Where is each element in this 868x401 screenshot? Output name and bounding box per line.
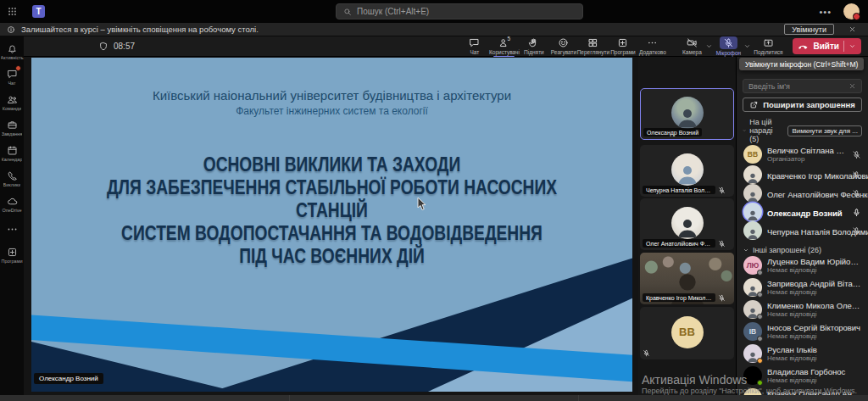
phone-icon <box>7 170 18 181</box>
leave-button[interactable]: Вийти <box>793 38 861 54</box>
briefcase-icon <box>7 120 18 131</box>
people-button[interactable]: 5 Користувачі <box>489 37 519 55</box>
apps-button[interactable]: Програми <box>608 37 637 55</box>
black-avatar <box>743 366 762 385</box>
shield-icon <box>98 42 108 52</box>
slide-title: ОСНОВНІ ВИКЛИКИ ТА ЗАХОДИ ДЛЯ ЗАБЕЗПЕЧЕН… <box>92 153 572 267</box>
enable-notifications-button[interactable]: Увімкнути <box>784 24 834 35</box>
ellipsis-icon <box>647 37 658 48</box>
more-actions-button[interactable]: Додатково <box>637 37 667 55</box>
chat-unread-badge <box>15 65 21 71</box>
window-titlebar: T Пошук (Ctrl+Alt+E) ••• <box>0 0 868 23</box>
video-tile-velychko[interactable]: ВВ <box>640 307 734 359</box>
app-rail: Активність Чат Команди Завдання Календар… <box>0 36 24 395</box>
react-button[interactable]: Реагувати <box>548 37 578 55</box>
meeting-toolbar: 08:57 Чат 5 Користувачі Підняти Реагуват… <box>24 36 868 57</box>
banner-close-icon[interactable] <box>849 25 856 33</box>
mic-off-icon <box>723 37 734 48</box>
participant-row[interactable]: Олег Анатолійович Фесенко <box>737 184 868 203</box>
avatar <box>671 97 704 129</box>
teams-people-icon <box>7 94 18 105</box>
participant-count-badge: 5 <box>507 36 510 42</box>
sidebar-item-onedrive[interactable]: OneDrive <box>0 192 24 217</box>
photo-avatar <box>743 344 762 363</box>
microphone-chevron-icon[interactable] <box>743 42 751 50</box>
chat-bubble-icon <box>469 37 480 48</box>
mic-off-icon[interactable] <box>852 226 861 236</box>
bell-icon <box>7 43 18 54</box>
microphone-button[interactable]: Мікрофон <box>714 36 743 56</box>
shared-slide[interactable]: Київський наіональний університет будівн… <box>31 58 632 392</box>
invited-section-header[interactable]: Інші запрошені (26) <box>743 246 862 254</box>
initials-avatar: ВВ <box>743 145 762 164</box>
initials-avatar: ІВ <box>743 322 762 341</box>
initials-avatar: ВВ <box>671 316 704 348</box>
in-meeting-section-header[interactable]: На цій нараді (5) Вимкнути звук для ... <box>743 118 862 143</box>
photo-avatar <box>743 221 762 240</box>
sidebar-item-calls[interactable]: Виклики <box>0 166 24 192</box>
titlebar-more-icon[interactable]: ••• <box>819 7 832 17</box>
participant-row[interactable]: Владислав Горбонос Немає відповіді <box>737 365 868 387</box>
chevron-down-icon <box>743 247 749 253</box>
raise-hand-icon <box>528 37 539 48</box>
presentation-stage: Київський наіональний університет будівн… <box>24 57 639 395</box>
sidebar-item-calendar[interactable]: Календар <box>0 141 24 166</box>
share-button[interactable]: Поділитися <box>752 37 784 55</box>
presenter-name-chip: Олександр Возний <box>34 373 103 384</box>
participant-row[interactable]: Чепурна Наталія Володимирівна <box>737 221 868 240</box>
banner-text: Залишайтеся в курсі – увімкніть сповіщен… <box>21 25 259 34</box>
share-invite-button[interactable]: Поширити запрошення <box>743 97 862 112</box>
mic-on-icon[interactable] <box>852 208 861 217</box>
chat-button[interactable]: Чат <box>459 37 489 55</box>
sidebar-item-teams[interactable]: Команди <box>0 90 24 115</box>
mic-off-icon <box>718 240 726 248</box>
user-avatar[interactable] <box>843 3 860 19</box>
sidebar-item-activity[interactable]: Активність <box>0 39 24 64</box>
video-tile-chepurna[interactable]: Чепурна Наталія Володимирів... <box>640 145 734 197</box>
camera-chevron-icon[interactable] <box>705 42 713 50</box>
participant-row[interactable]: Запривода Андрій Віталійович Немає відпо… <box>737 276 868 298</box>
slide-faculty-line: Факультет інжинерних систем та екології <box>31 105 632 117</box>
video-tile-voznyi[interactable]: Олександр Возний <box>640 88 734 140</box>
app-launcher-icon[interactable] <box>8 7 17 16</box>
participant-row[interactable]: Руслан Ільків Немає відповіді <box>737 343 868 365</box>
calendar-icon <box>7 145 18 156</box>
camera-button[interactable]: Камера <box>679 37 704 55</box>
apps-plus-icon <box>7 247 18 258</box>
leave-chevron-icon[interactable] <box>849 42 856 50</box>
participant-row[interactable]: Кравченко Ігор Миколайович <box>737 165 868 184</box>
video-tile-fesenko[interactable]: Олег Анатолійович Фесенко <box>640 198 734 250</box>
initials-avatar: ЛЮ <box>743 256 762 275</box>
chevron-down-icon <box>743 127 746 134</box>
mic-off-icon <box>718 294 726 302</box>
raise-hand-button[interactable]: Підняти <box>519 37 548 55</box>
clear-search-icon[interactable] <box>849 82 856 90</box>
share-screen-icon <box>763 37 774 48</box>
participant-search-input[interactable]: Введіть ім'я <box>743 79 862 93</box>
sidebar-item-apps[interactable]: Програми <box>0 242 24 268</box>
sidebar-item-chat[interactable]: Чат <box>0 64 24 90</box>
meeting-timer: 08:57 <box>98 42 135 52</box>
participant-row[interactable]: Олександр Возний <box>737 203 868 221</box>
mic-off-icon[interactable] <box>852 189 861 198</box>
mic-off-icon[interactable] <box>852 150 861 159</box>
avatar <box>671 153 704 186</box>
mic-off-icon[interactable] <box>852 170 861 180</box>
search-input[interactable]: Пошук (Ctrl+Alt+E) <box>336 3 583 19</box>
sidebar-item-more[interactable] <box>0 217 24 242</box>
video-thumbnails-column: Олександр Возний Чепурна Наталія Володим… <box>638 57 736 395</box>
view-button[interactable]: Переглянути <box>578 37 608 55</box>
participant-row[interactable]: Клименко Микола Олександрович Немає відп… <box>737 298 868 320</box>
photo-avatar <box>743 165 762 184</box>
participant-row[interactable]: ІВ Іносов Сергій Вікторович Немає відпов… <box>737 320 868 343</box>
notification-banner: Залишайтеся в курсі – увімкніть сповіщен… <box>0 23 868 36</box>
slide-university-line: Київський наіональний університет будівн… <box>31 88 632 103</box>
mute-all-button[interactable]: Вимкнути звук для ... <box>787 125 862 136</box>
participant-row[interactable]: ВВ Величко Світлана Віталіївна Організат… <box>737 143 868 165</box>
mic-tooltip: Увімкнути мікрофон (Ctrl+Shift+M) <box>739 58 864 70</box>
video-tile-kravchenko[interactable]: Кравченко Ігор Миколайович <box>640 253 734 304</box>
share-invite-icon <box>749 100 759 109</box>
participant-row[interactable]: ЛЮ Луценко Вадим Юрійович Немає відповід… <box>737 254 868 276</box>
taskbar-edge <box>0 395 868 401</box>
sidebar-item-assignments[interactable]: Завдання <box>0 115 24 141</box>
